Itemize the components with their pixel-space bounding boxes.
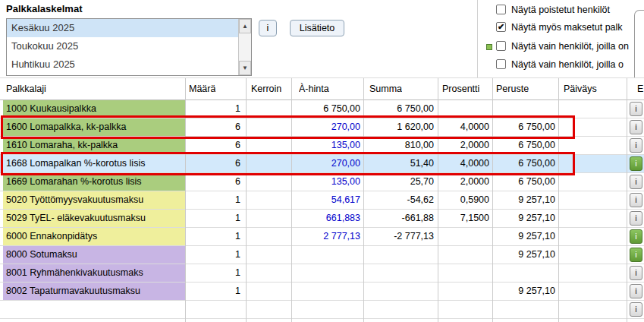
- scroll-up-icon[interactable]: ▲: [239, 19, 251, 33]
- page-title: Palkkalaskelmat: [6, 3, 82, 14]
- table-row[interactable]: 5029 TyEL- eläkevakuutusmaksu 1 661,883 …: [0, 210, 644, 228]
- cell-a-hinta[interactable]: 270,00: [292, 155, 360, 172]
- cell-paivays: [559, 228, 624, 245]
- cell-a-hinta[interactable]: 2 777,13: [292, 228, 360, 245]
- grid-line: [438, 78, 438, 322]
- checkbox-label: Näytä vain henkilöt, joilla o: [511, 59, 624, 70]
- checkbox-icon[interactable]: ✔: [496, 22, 506, 32]
- checkbox-show-paid[interactable]: ✔ Näytä myös maksetut palk: [496, 21, 644, 33]
- cell-a-hinta[interactable]: 661,883: [292, 210, 360, 227]
- cell-peruste: 9 257,10: [493, 191, 555, 209]
- cell-a-hinta[interactable]: [292, 301, 360, 318]
- payroll-table: 1000 Kuukausipalkka 1 6 750,00 6 750,00 …: [0, 100, 644, 319]
- cell-summa: [364, 301, 434, 318]
- table-row[interactable]: 8000 Sotumaksu 1 9 257,10 i: [0, 246, 644, 264]
- cell-paivays: [559, 173, 624, 191]
- cell-peruste: 9 257,10: [493, 210, 555, 227]
- cell-peruste: 9 257,10: [493, 228, 555, 245]
- scrollbar: ▲ ▼: [238, 19, 251, 75]
- row-info-button[interactable]: i: [630, 156, 642, 171]
- cell-peruste: 6 750,00: [493, 155, 555, 172]
- cell-maara: 1: [186, 228, 240, 245]
- scroll-down-icon[interactable]: ▼: [239, 61, 251, 75]
- cell-peruste: [493, 301, 555, 318]
- row-info-button[interactable]: i: [630, 211, 642, 226]
- cell-kerroin: [247, 100, 286, 118]
- row-info-button[interactable]: i: [630, 248, 642, 262]
- checkbox-show-only-persons-1[interactable]: Näytä vain henkilöt, joilla on: [496, 39, 644, 52]
- cell-maara: 6: [186, 173, 240, 191]
- month-list-item[interactable]: Toukokuu 2025: [7, 37, 238, 55]
- table-row[interactable]: 1610 Lomaraha, kk-palkka 6 135,00 810,00…: [0, 137, 644, 155]
- cell-a-hinta[interactable]: [292, 246, 360, 264]
- cell-peruste: 6 750,00: [493, 118, 555, 136]
- cell-prosentti: 4,0000: [438, 118, 489, 136]
- cell-a-hinta[interactable]: [292, 264, 360, 282]
- info-button[interactable]: i: [259, 20, 277, 36]
- cell-a-hinta[interactable]: 54,617: [292, 191, 360, 209]
- cell-prosentti: [438, 301, 489, 318]
- cell-palkkalaji: 1000 Kuukausipalkka: [3, 100, 185, 118]
- cell-kerroin: [247, 155, 286, 172]
- cell-prosentti: [438, 283, 489, 300]
- cell-palkkalaji: 5020 Työttömyysvakuutusmaksu: [3, 191, 185, 209]
- payslip-month-list: Kesäkuu 2025 Toukokuu 2025 Huhtikuu 2025…: [6, 18, 252, 76]
- cell-palkkalaji: 1668 Lomapalkan %-korotus lisis: [3, 155, 185, 172]
- month-list-item[interactable]: Kesäkuu 2025: [7, 19, 238, 37]
- cell-paivays: [559, 118, 624, 136]
- checkbox-show-only-persons-2[interactable]: Näytä vain henkilöt, joilla o: [496, 58, 644, 71]
- cell-a-hinta[interactable]: 135,00: [292, 137, 360, 154]
- cell-maara: 1: [186, 210, 240, 227]
- table-row[interactable]: 8002 Tapaturmavakuutusmaksu 1 9 257,10 i: [0, 283, 644, 301]
- row-info-button[interactable]: i: [630, 302, 642, 317]
- cell-kerroin: [247, 246, 286, 264]
- cell-maara: [186, 301, 240, 318]
- checkbox-show-deleted[interactable]: Näytä poistetut henkilöt: [496, 3, 644, 16]
- cell-prosentti: 7,1500: [438, 210, 489, 227]
- lisatieto-button[interactable]: Lisätieto: [290, 20, 344, 36]
- table-row[interactable]: 1000 Kuukausipalkka 1 6 750,00 6 750,00 …: [0, 100, 644, 118]
- checkbox-icon[interactable]: [496, 41, 506, 51]
- checkbox-icon[interactable]: [496, 59, 506, 69]
- cell-summa: -2 777,13: [364, 228, 434, 245]
- table-row[interactable]: 1668 Lomapalkan %-korotus lisis 6 270,00…: [0, 155, 644, 173]
- cell-summa: [364, 283, 434, 300]
- row-info-button[interactable]: i: [630, 102, 642, 116]
- month-list-item[interactable]: Huhtikuu 2025: [7, 55, 238, 74]
- cell-palkkalaji: 8000 Sotumaksu: [3, 246, 185, 264]
- table-row[interactable]: i: [0, 301, 644, 319]
- cell-maara: 1: [186, 264, 240, 282]
- scrollbar-track[interactable]: [239, 33, 251, 61]
- cell-paivays: [559, 137, 624, 154]
- cell-a-hinta[interactable]: [292, 283, 360, 300]
- column-header-summa: Summa: [369, 78, 402, 99]
- checkbox-label: Näytä vain henkilöt, joilla on: [511, 41, 629, 52]
- row-info-button[interactable]: i: [630, 175, 642, 189]
- cell-paivays: [559, 191, 624, 209]
- table-row[interactable]: 8001 Ryhmähenkivakuutusmaks 1 i: [0, 264, 644, 283]
- table-row[interactable]: 1669 Lomarahan %-korotus lisis 6 135,00 …: [0, 173, 644, 191]
- row-info-button[interactable]: i: [630, 284, 642, 298]
- row-info-button[interactable]: i: [630, 229, 642, 244]
- checkbox-icon[interactable]: [496, 5, 506, 14]
- cell-paivays: [559, 283, 624, 300]
- cell-summa: -661,88: [364, 210, 434, 227]
- cell-palkkalaji: 1600 Lomapalkka, kk-palkka: [3, 118, 185, 136]
- row-info-button[interactable]: i: [630, 193, 642, 207]
- cell-a-hinta[interactable]: 270,00: [292, 118, 360, 136]
- row-info-button[interactable]: i: [630, 120, 642, 134]
- row-info-button[interactable]: i: [630, 266, 642, 280]
- row-info-button[interactable]: i: [630, 138, 642, 153]
- cell-peruste: 9 257,10: [493, 246, 555, 264]
- cell-a-hinta[interactable]: 135,00: [292, 173, 360, 191]
- checkbox-label: Näytä poistetut henkilöt: [511, 5, 610, 15]
- cell-a-hinta[interactable]: 6 750,00: [292, 100, 360, 118]
- table-row[interactable]: 6000 Ennakonpidätys 1 2 777,13 -2 777,13…: [0, 228, 644, 246]
- vertical-divider: [477, 0, 478, 77]
- cell-prosentti: 2,0000: [438, 173, 489, 191]
- cell-paivays: [559, 100, 624, 118]
- grid-line: [492, 78, 493, 322]
- table-row[interactable]: 5020 Työttömyysvakuutusmaksu 1 54,617 -5…: [0, 191, 644, 210]
- cell-palkkalaji: 6000 Ennakonpidätys: [3, 228, 185, 245]
- table-row[interactable]: 1600 Lomapalkka, kk-palkka 6 270,00 1 62…: [0, 118, 644, 137]
